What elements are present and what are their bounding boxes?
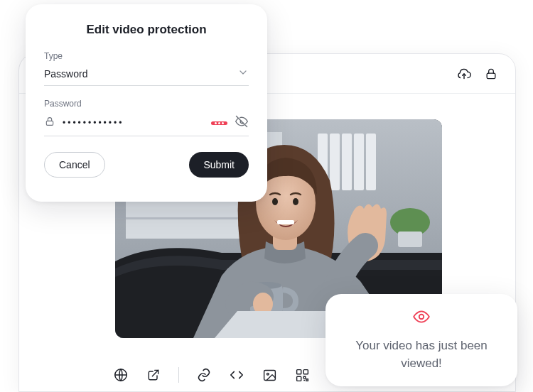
svg-rect-24 <box>296 369 301 374</box>
password-label: Password <box>44 99 249 109</box>
chevron-down-icon <box>237 67 249 81</box>
svg-rect-25 <box>303 369 308 374</box>
svg-rect-26 <box>296 376 301 381</box>
submit-button[interactable]: Submit <box>189 152 249 178</box>
svg-rect-8 <box>342 134 352 190</box>
svg-point-16 <box>293 198 298 205</box>
cancel-button[interactable]: Cancel <box>44 152 105 178</box>
type-value: Password <box>44 68 87 80</box>
svg-rect-27 <box>46 121 53 125</box>
edit-video-protection-modal: Edit video protection Type Password Pass… <box>26 4 267 202</box>
eye-off-icon[interactable] <box>235 114 249 131</box>
type-select[interactable]: Password <box>44 67 249 86</box>
svg-point-15 <box>272 198 278 205</box>
link-icon[interactable] <box>196 367 212 383</box>
svg-rect-10 <box>366 134 376 190</box>
svg-rect-0 <box>487 73 495 79</box>
password-field[interactable]: •••••••••••• <box>44 114 249 136</box>
svg-point-28 <box>419 315 424 320</box>
globe-icon[interactable] <box>113 367 129 383</box>
password-strength-badge <box>211 121 227 125</box>
svg-point-23 <box>266 373 269 375</box>
eye-icon <box>412 307 431 329</box>
password-value: •••••••••••• <box>63 118 204 128</box>
external-link-icon[interactable] <box>146 367 161 383</box>
svg-rect-12 <box>398 232 422 247</box>
svg-rect-7 <box>330 134 340 190</box>
svg-rect-9 <box>354 134 364 190</box>
modal-title: Edit video protection <box>44 23 249 37</box>
qr-code-icon[interactable] <box>294 367 310 383</box>
lock-small-icon <box>44 116 55 130</box>
svg-rect-17 <box>277 220 294 224</box>
modal-buttons: Cancel Submit <box>44 152 249 178</box>
lock-icon[interactable] <box>483 65 500 82</box>
toolbar-separator <box>178 367 179 383</box>
cloud-upload-icon[interactable] <box>456 65 473 82</box>
image-icon[interactable] <box>262 367 277 383</box>
svg-rect-22 <box>264 370 275 380</box>
code-icon[interactable] <box>229 367 244 383</box>
viewed-toast: Your video has just been viewed! <box>325 294 517 386</box>
type-label: Type <box>44 51 249 61</box>
share-toolbar <box>113 367 310 383</box>
toast-message: Your video has just been viewed! <box>341 337 502 372</box>
